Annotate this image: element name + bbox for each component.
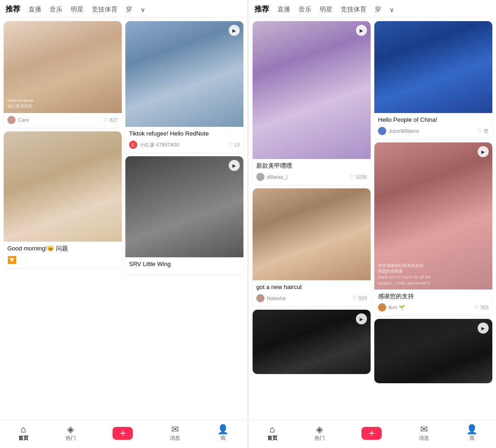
heart-icon-haircut: ♡	[352, 295, 357, 301]
bottom-nav-profile-1[interactable]: 👤 我	[217, 425, 229, 442]
heart-icon-man1: ♡	[228, 142, 233, 148]
card-img-guitar: ▶	[125, 156, 243, 257]
card-dark-video-2[interactable]: ▶	[374, 319, 492, 383]
zan-label: 赞	[484, 128, 489, 135]
card-likes-thankyou: ♡ 355	[474, 304, 489, 311]
card-title-nail: 新款美甲嘿嘿	[256, 162, 367, 170]
card-img-dark2: ▶	[374, 319, 492, 383]
card-img-haircut	[253, 188, 371, 280]
nav-item-music-1[interactable]: 音乐	[50, 6, 62, 14]
card-srv-guitar[interactable]: ▶ SRV Little Wing	[125, 156, 243, 275]
play-button-man1[interactable]: ▶	[229, 25, 240, 36]
card-title-tiktok: Tiktok refugee! Hello RedNote	[129, 130, 240, 138]
card-title-haircut: got a new haircut	[256, 283, 367, 291]
card-author-juice: JuiceWilliams	[378, 127, 419, 135]
nav-item-live-2[interactable]: 直播	[277, 6, 290, 14]
card-meta-thankyou: fern 🌱 ♡ 355	[378, 303, 489, 312]
bottom-nav-messages-1[interactable]: ✉ 消息	[170, 425, 180, 442]
author-name-fern: fern 🌱	[389, 305, 405, 311]
nav-item-live-1[interactable]: 直播	[28, 6, 41, 14]
card-meta-man1: 红 小红薯 67857A30 ♡ 13	[129, 141, 240, 149]
card-likes-nail: ♡ 1036	[349, 174, 367, 180]
card-info-haircut: got a new haircut Natasha ♡ 929	[253, 280, 371, 306]
play-button-guitar[interactable]: ▶	[229, 160, 240, 171]
bottom-nav-home-1[interactable]: ⌂ 首页	[18, 425, 28, 442]
heart-icon-china: ♡	[477, 128, 482, 134]
nav-more-2[interactable]: ∨	[389, 6, 394, 13]
author-name-care: Care	[18, 117, 29, 123]
bottom-nav-messages-label-2: 消息	[419, 435, 429, 442]
bottom-nav-messages-label-1: 消息	[170, 435, 180, 442]
nav-item-star-1[interactable]: 明星	[71, 6, 84, 14]
play-button-dark2[interactable]: ▶	[478, 323, 489, 334]
card-good-morning[interactable]: Good morning!🐱 问题 🔽	[4, 131, 122, 268]
bottom-nav-profile-label-2: 我	[469, 435, 474, 442]
avatar-care	[7, 116, 16, 124]
card-hello-china[interactable]: Hello People of China! JuiceWilliams ♡ 赞	[374, 21, 492, 139]
bottom-nav-hot-1[interactable]: ◈ 热门	[66, 425, 76, 442]
nav-item-esports-2[interactable]: 竞技体育	[341, 6, 366, 14]
play-button-dark1[interactable]: ▶	[356, 313, 367, 324]
card-img-girl4: ▶ 非常感谢你们所有的支持，我真的很感激thank you so much fo…	[374, 142, 492, 289]
nav-item-esports-1[interactable]: 竞技体育	[92, 6, 118, 14]
card-img-girl2	[4, 131, 122, 242]
card-meta-china: JuiceWilliams ♡ 赞	[378, 127, 489, 135]
avatar-juice	[378, 127, 386, 135]
bottom-nav-add-2[interactable]: +	[361, 427, 382, 440]
card-girl-selfie[interactable]: Hello Rednote做红薯漂亮的 Care ♡ 827	[4, 21, 122, 128]
card-dark-video-1[interactable]: ▶	[253, 310, 371, 374]
add-button-2[interactable]: +	[361, 427, 382, 440]
card-img-girl3: ▶	[253, 21, 371, 159]
card-meta-haircut: Natasha ♡ 929	[256, 294, 367, 302]
likes-count-thankyou: 355	[480, 305, 489, 310]
nav-item-star-2[interactable]: 明星	[320, 6, 333, 14]
nav-item-recommended-1[interactable]: 推荐	[6, 5, 20, 14]
card-title-good-morning: Good morning!🐱 问题	[7, 244, 118, 253]
nav-item-recommended-2[interactable]: 推荐	[254, 5, 269, 14]
nav-item-fashion-1[interactable]: 穿	[126, 6, 132, 14]
play-button-girl4[interactable]: ▶	[478, 146, 489, 157]
phone-1: 推荐 直播 音乐 明星 竞技体育 穿 ∨ Hello Rednote做红薯漂亮的	[0, 0, 247, 448]
add-button-1[interactable]: +	[113, 427, 133, 440]
card-img-dark1: ▶	[253, 310, 371, 374]
icon-arrow-down: 🔽	[7, 255, 17, 264]
content-scroll-2[interactable]: ▶ 新款美甲嘿嘿 dlllaraa_) ♡ 1036	[249, 17, 496, 420]
bottom-nav-hot-2[interactable]: ◈ 热门	[315, 425, 325, 442]
card-meta-girl1: Care ♡ 827	[7, 116, 118, 124]
bottom-nav-messages-2[interactable]: ✉ 消息	[419, 425, 429, 442]
phone-2: 推荐 直播 音乐 明星 竞技体育 穿 ∨ ▶ 新款美甲嘿嘿	[249, 0, 496, 448]
card-img-man2	[374, 21, 492, 113]
likes-count-nail: 1036	[356, 174, 367, 180]
card-author-haircut: Natasha	[256, 294, 286, 302]
card-info-girl2: Good morning!🐱 问题 🔽	[4, 242, 122, 268]
bottom-nav-1: ⌂ 首页 ◈ 热门 + ✉ 消息 👤 我	[0, 420, 247, 448]
bottom-nav-add-1[interactable]: +	[113, 427, 133, 440]
card-tiktok-refugee[interactable]: ▶ Tiktok refugee! Hello RedNote 红 小红薯 67…	[125, 21, 243, 153]
message-icon-1: ✉	[171, 425, 179, 434]
heart-icon-thankyou: ♡	[474, 304, 479, 311]
nav-more-1[interactable]: ∨	[141, 6, 145, 13]
avatar-dlllaraa	[256, 173, 265, 181]
play-button-nail[interactable]: ▶	[356, 25, 367, 36]
watermark-1: Hello Rednote做红薯漂亮的	[7, 98, 34, 109]
bottom-nav-home-2[interactable]: ⌂ 首页	[267, 425, 277, 442]
masonry-grid-2: ▶ 新款美甲嘿嘿 dlllaraa_) ♡ 1036	[249, 17, 496, 387]
bottom-nav-profile-2[interactable]: 👤 我	[466, 425, 478, 442]
avatar-xiaohongshu: 红	[129, 141, 137, 149]
card-haircut[interactable]: got a new haircut Natasha ♡ 929	[253, 188, 371, 306]
nav-item-music-2[interactable]: 音乐	[299, 6, 311, 14]
card-likes-girl1: ♡ 827	[103, 117, 118, 123]
home-icon-1: ⌂	[21, 425, 26, 434]
card-author-girl2: 🔽	[7, 255, 17, 264]
card-meta-nail: dlllaraa_) ♡ 1036	[256, 173, 367, 181]
card-info-man1: Tiktok refugee! Hello RedNote 红 小红薯 6785…	[125, 127, 243, 153]
bottom-nav-profile-label-1: 我	[220, 435, 225, 442]
nav-item-fashion-2[interactable]: 穿	[375, 6, 381, 14]
card-nail-art[interactable]: ▶ 新款美甲嘿嘿 dlllaraa_) ♡ 1036	[253, 21, 371, 185]
content-scroll-1[interactable]: Hello Rednote做红薯漂亮的 Care ♡ 827	[0, 17, 247, 420]
col-2-left: ▶ 新款美甲嘿嘿 dlllaraa_) ♡ 1036	[253, 21, 371, 383]
author-name-xiaohongshu: 小红薯 67857A30	[140, 142, 179, 148]
card-thank-you[interactable]: ▶ 非常感谢你们所有的支持，我真的很感激thank you so much fo…	[374, 142, 492, 315]
col-1-right: ▶ Tiktok refugee! Hello RedNote 红 小红薯 67…	[125, 21, 243, 275]
card-title-china: Hello People of China!	[378, 116, 489, 124]
